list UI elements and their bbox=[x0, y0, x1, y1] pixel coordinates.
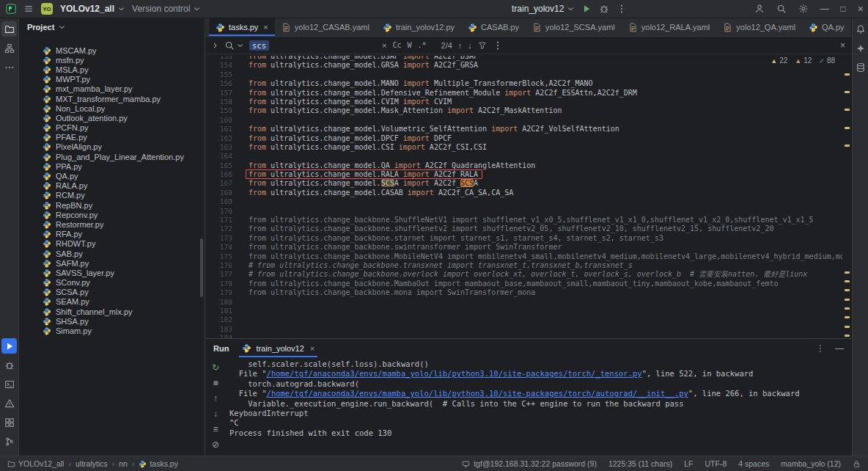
project-file-Outlook_atention.py[interactable]: Outlook_atention.py bbox=[20, 113, 205, 123]
search-filter-icon[interactable] bbox=[478, 41, 487, 50]
version-control-tool-button[interactable] bbox=[1, 434, 17, 449]
project-file-Non_Local.py[interactable]: Non_Local.py bbox=[20, 103, 205, 113]
project-file-mxt_mamba_layer.py[interactable]: mxt_mamba_layer.py bbox=[20, 84, 205, 94]
search-more-options-icon[interactable] bbox=[493, 40, 503, 51]
more-icon[interactable]: ⋮ bbox=[816, 344, 825, 353]
window-close-button[interactable]: × bbox=[858, 3, 864, 15]
settings-gear-icon[interactable] bbox=[798, 4, 809, 14]
problems-tool-button[interactable] bbox=[1, 395, 17, 411]
project-file-Simam.py[interactable]: Simam.py bbox=[20, 326, 205, 335]
clear-search-icon[interactable]: × bbox=[382, 41, 386, 50]
project-file-MWPT.py[interactable]: MWPT.py bbox=[20, 75, 205, 84]
project-file-RepBN.py[interactable]: RepBN.py bbox=[20, 200, 205, 210]
more-tool-windows-button[interactable] bbox=[1, 59, 17, 75]
breadcrumb-YOLOv12_all[interactable]: YOLOv12_all bbox=[7, 459, 64, 468]
version-control-widget[interactable]: Version control bbox=[132, 4, 200, 14]
tab-tasks.py[interactable]: tasks.py× bbox=[209, 18, 275, 36]
project-file-SCSA.py[interactable]: SCSA.py bbox=[20, 288, 205, 297]
main-menu-icon[interactable] bbox=[23, 4, 34, 14]
hide-icon[interactable]: — bbox=[835, 344, 844, 353]
tab-close-icon[interactable]: × bbox=[263, 23, 268, 32]
tab-yolo12_QA.yaml[interactable]: yolo12_QA.yaml bbox=[716, 18, 802, 36]
ai-assistant-button[interactable] bbox=[853, 40, 868, 56]
line-number[interactable]: 154 bbox=[206, 61, 238, 70]
line-number[interactable]: 172 bbox=[206, 224, 238, 233]
notifications-button[interactable] bbox=[853, 21, 868, 37]
debug-tool-button[interactable] bbox=[1, 357, 17, 373]
project-file-MXT_transformer_mamba.py[interactable]: MXT_transformer_mamba.py bbox=[20, 94, 205, 103]
line-number[interactable]: 158 bbox=[206, 98, 238, 106]
line-number[interactable]: 179 bbox=[206, 288, 238, 297]
line-number[interactable]: 181 bbox=[206, 307, 238, 315]
line-number[interactable]: 161 bbox=[206, 125, 238, 134]
tab-train_yolov12.py[interactable]: train_yolov12.py bbox=[376, 18, 461, 36]
status-remote-host[interactable]: tgf@192.168.31.32:22 password (9) bbox=[462, 459, 597, 468]
line-number[interactable]: 165 bbox=[206, 161, 238, 170]
tab-QA.py[interactable]: QA.py bbox=[802, 18, 851, 36]
line-number[interactable]: 177 bbox=[206, 270, 238, 279]
breadcrumb-tasks.py[interactable]: tasks.py bbox=[139, 459, 178, 468]
window-maximize-button[interactable]: □ bbox=[841, 4, 846, 14]
clear-all-icon[interactable]: ⊘ bbox=[208, 437, 223, 451]
file-link[interactable]: /home/tgf/anaconda3/envs/mamba_yolo/lib/… bbox=[267, 369, 642, 378]
project-file-PPA.py[interactable]: PPA.py bbox=[20, 161, 205, 171]
tab-yolo12_SCSA.yaml[interactable]: yolo12_SCSA.yaml bbox=[526, 18, 622, 36]
line-number[interactable]: 166 bbox=[206, 170, 238, 179]
project-file-PFAE.py[interactable]: PFAE.py bbox=[20, 133, 205, 142]
line-number[interactable]: 163 bbox=[206, 143, 238, 152]
search-everywhere-icon[interactable] bbox=[776, 4, 787, 14]
window-minimize-button[interactable]: — bbox=[820, 4, 829, 14]
account-icon[interactable] bbox=[754, 4, 765, 14]
project-file-PixelAlign.py[interactable]: PixelAlign.py bbox=[20, 142, 205, 152]
run-tab-close-icon[interactable]: × bbox=[310, 344, 315, 353]
line-number[interactable]: 180 bbox=[206, 298, 238, 307]
whole-words-toggle[interactable]: W bbox=[407, 41, 411, 49]
status-readonly-lock[interactable] bbox=[853, 460, 861, 468]
project-file-RALA.py[interactable]: RALA.py bbox=[20, 181, 205, 191]
project-file-QA.py[interactable]: QA.py bbox=[20, 171, 205, 180]
close-search-icon[interactable]: × bbox=[840, 40, 845, 51]
warning-badge[interactable]: ▲22 bbox=[770, 56, 787, 65]
status-indent-style[interactable]: 4 spaces bbox=[738, 459, 769, 468]
line-number[interactable]: 159 bbox=[206, 106, 238, 115]
soft-wrap-icon[interactable]: ≡ bbox=[208, 422, 223, 436]
debug-button[interactable] bbox=[599, 4, 609, 14]
structure-tool-button[interactable] bbox=[1, 40, 17, 56]
line-number[interactable]: 174 bbox=[206, 243, 238, 252]
rerun-icon[interactable]: ↻ bbox=[208, 360, 223, 374]
line-number[interactable]: 167 bbox=[206, 179, 238, 188]
project-scrollbar[interactable] bbox=[200, 238, 203, 297]
more-run-options-icon[interactable] bbox=[617, 4, 627, 14]
match-case-toggle[interactable]: Cc bbox=[392, 41, 401, 49]
tab-yolo12_CASAB.yaml[interactable]: yolo12_CASAB.yaml bbox=[275, 18, 376, 36]
weak-warning-badge[interactable]: ▲12 bbox=[795, 56, 812, 65]
project-file-SConv.py[interactable]: SConv.py bbox=[20, 278, 205, 288]
file-link[interactable]: /home/tgf/anaconda3/envs/mamba_yolo/lib/… bbox=[267, 389, 688, 398]
line-number[interactable]: 160 bbox=[206, 116, 238, 125]
project-file-RHDWT.py[interactable]: RHDWT.py bbox=[20, 239, 205, 249]
search-input[interactable]: scs bbox=[249, 40, 269, 51]
project-name-widget[interactable]: YOLOv12_all bbox=[60, 4, 125, 14]
up-stack-trace-icon[interactable]: ↑ bbox=[208, 391, 223, 405]
run-tool-button[interactable] bbox=[1, 338, 17, 354]
run-config-selector[interactable]: train_yolov12 bbox=[512, 4, 574, 14]
tab-yolo12_RALA.yaml[interactable]: yolo12_RALA.yaml bbox=[622, 18, 717, 36]
project-file-SAFM.py[interactable]: SAFM.py bbox=[20, 258, 205, 268]
project-file-MSCAM.py[interactable]: MSCAM.py bbox=[20, 45, 205, 55]
search-history-widget[interactable] bbox=[224, 40, 243, 51]
project-file-Repconv.py[interactable]: Repconv.py bbox=[20, 210, 205, 219]
line-number[interactable]: 162 bbox=[206, 134, 238, 143]
line-number[interactable]: 156 bbox=[206, 79, 238, 88]
project-file-Shift_channel_mix.py[interactable]: Shift_channel_mix.py bbox=[20, 307, 205, 316]
line-number[interactable]: 157 bbox=[206, 89, 238, 98]
resolved-badge[interactable]: ✓88 bbox=[819, 56, 835, 65]
terminal-tool-button[interactable] bbox=[1, 376, 17, 392]
line-number[interactable]: 184 bbox=[206, 334, 238, 338]
line-number[interactable]: 168 bbox=[206, 189, 238, 197]
previous-match-icon[interactable]: ↑ bbox=[458, 41, 463, 50]
status-file-encoding[interactable]: UTF-8 bbox=[705, 459, 727, 468]
run-button[interactable] bbox=[581, 4, 592, 14]
breadcrumb-nn[interactable]: nn bbox=[119, 459, 128, 468]
line-number[interactable]: 173 bbox=[206, 234, 238, 243]
down-stack-trace-icon[interactable]: ↓ bbox=[208, 406, 223, 420]
